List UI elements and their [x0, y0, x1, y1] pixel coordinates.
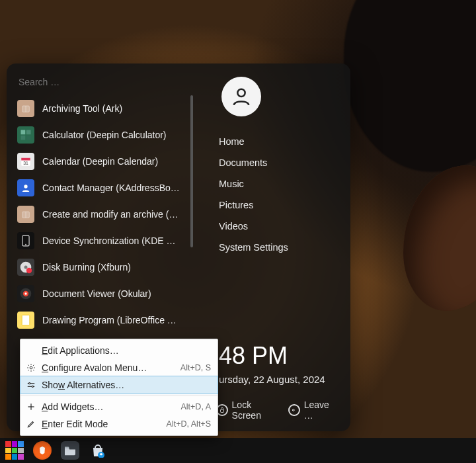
place-item[interactable]: Videos	[216, 216, 291, 237]
svg-point-15	[24, 266, 28, 269]
app-label: Contact Manager (KAddressBook)	[42, 183, 181, 193]
app-icon	[17, 126, 34, 144]
svg-point-34	[29, 383, 30, 384]
app-item[interactable]: Create and modify an archive (File Rolle…	[17, 201, 193, 228]
app-label: Device Synchronization (KDE Connect)	[42, 235, 181, 246]
svg-point-19	[24, 292, 26, 294]
app-label: Calculator (Deepin Calculator)	[42, 130, 167, 140]
app-icon	[17, 312, 34, 329]
svg-rect-2	[21, 130, 26, 135]
lock-screen-button[interactable]: Lock Screen	[216, 400, 282, 421]
app-label: Create and modify an archive (File Rolle…	[42, 209, 181, 220]
app-item[interactable]: Disk Burning (Xfburn)	[17, 254, 193, 280]
sliders-icon	[26, 380, 36, 390]
app-label: Document Viewer (Okular)	[42, 288, 151, 299]
app-launcher-button[interactable]	[5, 441, 24, 460]
app-label: Disk Burning (Xfburn)	[42, 262, 131, 273]
brave-icon	[37, 445, 48, 456]
app-icon	[17, 259, 34, 276]
app-icon	[17, 206, 34, 223]
launcher-cell	[5, 448, 11, 454]
svg-text:31: 31	[23, 161, 28, 165]
place-item[interactable]: Music	[216, 173, 291, 194]
launcher-cell	[18, 448, 24, 454]
app-item[interactable]: Drawing Program (LibreOffice Draw)	[17, 307, 193, 333]
taskbar-app-files[interactable]	[61, 441, 79, 460]
app-item[interactable]: Calculator (Deepin Calculator)	[17, 122, 193, 148]
svg-point-16	[26, 268, 32, 273]
clock-block: 48 PM ursday, 22 August, 2024	[216, 342, 325, 385]
app-icon	[17, 179, 34, 196]
folder-icon	[63, 445, 77, 456]
app-label: Archiving Tool (Ark)	[42, 103, 122, 114]
place-item[interactable]: System Settings	[216, 237, 291, 258]
places-list: HomeDocumentsMusicPicturesVideosSystem S…	[216, 131, 291, 258]
power-row: Lock Screen Leave …	[216, 400, 340, 421]
app-label: Calendar (Deepin Calendar)	[42, 156, 158, 167]
blank-icon	[26, 345, 36, 356]
svg-point-21	[237, 89, 245, 97]
ctx-add-widgets[interactable]: Add Widgets… Alt+D, A	[20, 398, 218, 415]
svg-rect-20	[22, 315, 30, 325]
app-item[interactable]: Contact Manager (KAddressBook)	[17, 175, 193, 201]
taskbar-app-store[interactable]	[89, 441, 107, 460]
search-input[interactable]	[17, 74, 193, 95]
pencil-icon	[26, 419, 36, 429]
place-item[interactable]: Documents	[216, 152, 291, 173]
ctx-configure-menu[interactable]: Configure Avalon Menu… Alt+D, S	[20, 359, 218, 376]
app-item[interactable]: Document Viewer (Okular)	[17, 280, 193, 307]
svg-rect-22	[220, 409, 223, 413]
svg-line-29	[33, 370, 34, 370]
launcher-cell	[5, 454, 11, 460]
user-avatar[interactable]	[221, 77, 261, 116]
place-item[interactable]: Home	[216, 131, 291, 152]
ctx-enter-edit-mode[interactable]: Enter Edit Mode Alt+D, Alt+S	[20, 415, 218, 433]
wallpaper-ear	[403, 165, 476, 311]
svg-line-31	[33, 365, 34, 366]
leave-label: Leave …	[304, 400, 340, 421]
gear-icon	[26, 362, 36, 373]
svg-line-30	[28, 370, 29, 370]
app-icon	[17, 232, 34, 249]
launcher-cell	[5, 441, 11, 447]
launcher-cell	[18, 454, 24, 460]
app-icon	[17, 285, 34, 302]
app-item[interactable]: 31Calendar (Deepin Calendar)	[17, 148, 193, 175]
clock-time: 48 PM	[219, 342, 325, 370]
svg-line-28	[28, 365, 29, 366]
app-icon: 31	[17, 153, 34, 170]
app-label: Drawing Program (LibreOffice Draw)	[42, 315, 181, 325]
place-item[interactable]: Pictures	[216, 194, 291, 216]
launcher-cell	[12, 454, 18, 460]
launcher-cell	[12, 441, 18, 447]
launcher-cell	[12, 448, 18, 454]
svg-point-35	[32, 386, 33, 387]
wallpaper-hair	[344, 0, 476, 172]
ctx-separator	[20, 396, 218, 396]
leave-icon	[288, 404, 300, 416]
app-icon	[17, 100, 34, 117]
svg-point-13	[25, 244, 26, 245]
svg-point-9	[24, 185, 27, 188]
context-menu: Edit Applications… Configure Avalon Menu…	[20, 339, 218, 436]
ctx-show-alternatives[interactable]: Show Alternatives…	[20, 376, 218, 394]
svg-rect-5	[26, 136, 31, 140]
app-item[interactable]: Archiving Tool (Ark)	[17, 95, 193, 122]
svg-point-23	[30, 366, 32, 369]
svg-rect-3	[26, 130, 31, 135]
plus-icon	[26, 401, 36, 412]
menu-right-column: HomeDocumentsMusicPicturesVideosSystem S…	[207, 74, 340, 421]
scrollbar-thumb[interactable]	[190, 95, 193, 247]
svg-rect-4	[21, 136, 26, 140]
leave-button[interactable]: Leave …	[288, 400, 340, 421]
clock-date: ursday, 22 August, 2024	[219, 374, 325, 385]
user-icon	[230, 85, 253, 108]
lock-label: Lock Screen	[232, 400, 282, 421]
shopping-bag-icon	[90, 443, 106, 458]
ctx-edit-applications[interactable]: Edit Applications…	[20, 342, 218, 359]
app-item[interactable]: Device Synchronization (KDE Connect)	[17, 228, 193, 254]
taskbar-app-brave[interactable]	[33, 441, 52, 460]
taskbar	[0, 438, 476, 463]
launcher-cell	[18, 441, 24, 447]
